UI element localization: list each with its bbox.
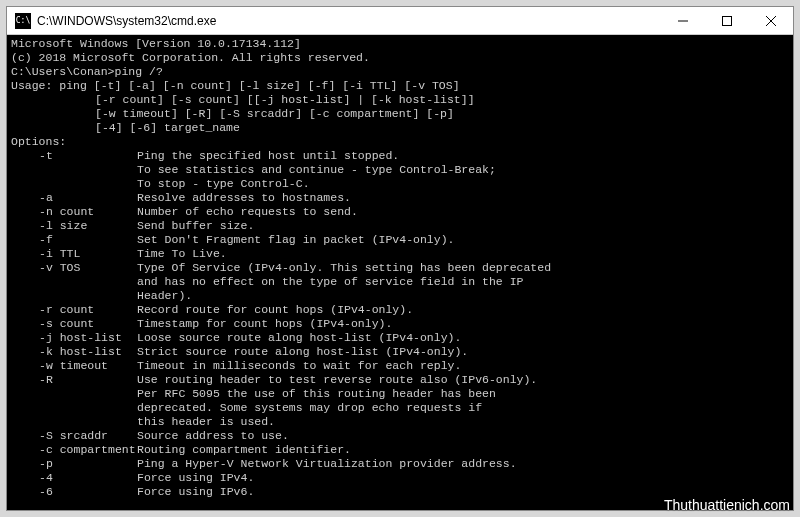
option-row: -i TTLTime To Live. (11, 247, 789, 261)
option-desc: Use routing header to test reverse route… (137, 373, 789, 387)
option-desc: Set Don't Fragment flag in packet (IPv4-… (137, 233, 789, 247)
option-desc-cont: To stop - type Control-C. (11, 177, 789, 191)
option-flag: -k host-list (11, 345, 137, 359)
option-row: -tPing the specified host until stopped. (11, 149, 789, 163)
prompt-text: C:\Users\Conan> (11, 65, 115, 78)
option-desc: Ping a Hyper-V Network Virtualization pr… (137, 457, 789, 471)
option-row: -S srcaddrSource address to use. (11, 429, 789, 443)
usage-line: [-r count] [-s count] [[-j host-list] | … (11, 93, 789, 107)
window-title: C:\WINDOWS\system32\cmd.exe (37, 14, 661, 28)
option-desc: Force using IPv4. (137, 471, 789, 485)
option-row: -fSet Don't Fragment flag in packet (IPv… (11, 233, 789, 247)
option-flag: -w timeout (11, 359, 137, 373)
option-row: -aResolve addresses to hostnames. (11, 191, 789, 205)
option-flag: -R (11, 373, 137, 387)
option-desc: Force using IPv6. (137, 485, 789, 499)
option-flag: -r count (11, 303, 137, 317)
option-desc: Loose source route along host-list (IPv4… (137, 331, 789, 345)
option-flag: -s count (11, 317, 137, 331)
option-flag: -6 (11, 485, 137, 499)
option-flag: -f (11, 233, 137, 247)
cmd-icon: C:\ (15, 13, 31, 29)
option-flag: -j host-list (11, 331, 137, 345)
option-desc: Strict source route along host-list (IPv… (137, 345, 789, 359)
maximize-button[interactable] (705, 7, 749, 34)
option-flag: -v TOS (11, 261, 137, 275)
minimize-button[interactable] (661, 7, 705, 34)
entered-command: ping /? (115, 65, 163, 78)
option-desc: Timestamp for count hops (IPv4-only). (137, 317, 789, 331)
option-row: -j host-listLoose source route along hos… (11, 331, 789, 345)
usage-line: [-w timeout] [-R] [-S srcaddr] [-c compa… (11, 107, 789, 121)
option-desc: Time To Live. (137, 247, 789, 261)
option-flag: -l size (11, 219, 137, 233)
option-row: -6Force using IPv6. (11, 485, 789, 499)
options-header: Options: (11, 135, 789, 149)
option-flag: -n count (11, 205, 137, 219)
option-row: -k host-listStrict source route along ho… (11, 345, 789, 359)
option-flag: -p (11, 457, 137, 471)
option-desc: Timeout in milliseconds to wait for each… (137, 359, 789, 373)
option-desc: Resolve addresses to hostnames. (137, 191, 789, 205)
window-controls (661, 7, 793, 34)
option-desc-cont: Header). (11, 289, 789, 303)
svg-rect-1 (723, 16, 732, 25)
option-desc-cont: deprecated. Some systems may drop echo r… (11, 401, 789, 415)
option-row: -RUse routing header to test reverse rou… (11, 373, 789, 387)
option-row: -pPing a Hyper-V Network Virtualization … (11, 457, 789, 471)
option-row: -v TOSType Of Service (IPv4-only. This s… (11, 261, 789, 275)
option-desc: Type Of Service (IPv4-only. This setting… (137, 261, 789, 275)
option-desc-cont: Per RFC 5095 the use of this routing hea… (11, 387, 789, 401)
prompt-line: C:\Users\Conan>ping /? (11, 65, 789, 79)
close-button[interactable] (749, 7, 793, 34)
option-flag: -c compartment (11, 443, 137, 457)
option-desc-cont: To see statistics and continue - type Co… (11, 163, 789, 177)
usage-line: [-4] [-6] target_name (11, 121, 789, 135)
option-desc: Routing compartment identifier. (137, 443, 789, 457)
option-row: -s countTimestamp for count hops (IPv4-o… (11, 317, 789, 331)
option-desc-cont: this header is used. (11, 415, 789, 429)
option-desc-cont: and has no effect on the type of service… (11, 275, 789, 289)
option-flag: -4 (11, 471, 137, 485)
option-row: -l sizeSend buffer size. (11, 219, 789, 233)
usage-line: Usage: ping [-t] [-a] [-n count] [-l siz… (11, 79, 789, 93)
option-desc: Number of echo requests to send. (137, 205, 789, 219)
option-row: -4Force using IPv4. (11, 471, 789, 485)
banner-line: Microsoft Windows [Version 10.0.17134.11… (11, 37, 789, 51)
console-area[interactable]: Microsoft Windows [Version 10.0.17134.11… (7, 35, 793, 510)
option-row: -w timeoutTimeout in milliseconds to wai… (11, 359, 789, 373)
option-flag: -i TTL (11, 247, 137, 261)
option-flag: -a (11, 191, 137, 205)
option-desc: Ping the specified host until stopped. (137, 149, 789, 163)
option-row: -n countNumber of echo requests to send. (11, 205, 789, 219)
option-desc: Record route for count hops (IPv4-only). (137, 303, 789, 317)
titlebar[interactable]: C:\ C:\WINDOWS\system32\cmd.exe (7, 7, 793, 35)
option-flag: -t (11, 149, 137, 163)
option-row: -r countRecord route for count hops (IPv… (11, 303, 789, 317)
cmd-window: C:\ C:\WINDOWS\system32\cmd.exe Microsof… (6, 6, 794, 511)
copyright-line: (c) 2018 Microsoft Corporation. All righ… (11, 51, 789, 65)
option-flag: -S srcaddr (11, 429, 137, 443)
option-desc: Send buffer size. (137, 219, 789, 233)
desktop-backdrop: C:\ C:\WINDOWS\system32\cmd.exe Microsof… (0, 0, 800, 517)
option-row: -c compartmentRouting compartment identi… (11, 443, 789, 457)
option-desc: Source address to use. (137, 429, 789, 443)
